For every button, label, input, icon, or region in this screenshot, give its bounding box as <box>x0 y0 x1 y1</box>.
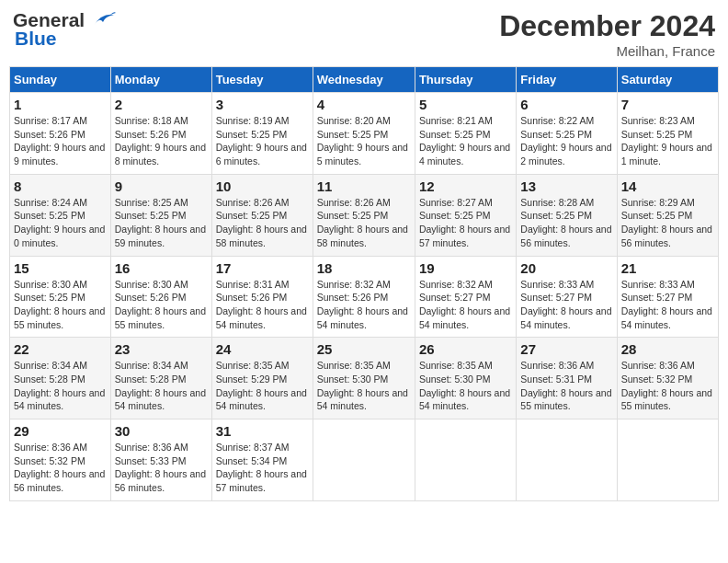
day-number: 16 <box>115 260 208 276</box>
day-info: Sunrise: 8:33 AMSunset: 5:27 PMDaylight:… <box>520 278 612 332</box>
calendar-body: 1Sunrise: 8:17 AMSunset: 5:26 PMDaylight… <box>10 93 719 501</box>
calendar-cell: 25Sunrise: 8:35 AMSunset: 5:30 PMDayligh… <box>313 338 415 419</box>
calendar-cell: 29Sunrise: 8:36 AMSunset: 5:32 PMDayligh… <box>10 419 111 501</box>
day-number: 25 <box>317 341 411 357</box>
sunset-text: Sunset: 5:26 PM <box>317 292 389 303</box>
day-info: Sunrise: 8:34 AMSunset: 5:28 PMDaylight:… <box>14 359 107 413</box>
sunrise-text: Sunrise: 8:37 AM <box>216 442 290 453</box>
weekday-header-tuesday: Tuesday <box>211 67 313 93</box>
day-number: 21 <box>621 260 714 276</box>
sunset-text: Sunset: 5:25 PM <box>216 210 288 221</box>
sunset-text: Sunset: 5:29 PM <box>216 373 288 385</box>
calendar-header-row: SundayMondayTuesdayWednesdayThursdayFrid… <box>10 67 719 93</box>
day-info: Sunrise: 8:34 AMSunset: 5:28 PMDaylight:… <box>115 359 208 413</box>
daylight-text: Daylight: 9 hours and 5 minutes. <box>317 142 408 167</box>
calendar-cell: 7Sunrise: 8:23 AMSunset: 5:25 PMDaylight… <box>617 93 718 175</box>
sunset-text: Sunset: 5:25 PM <box>14 292 85 303</box>
sunset-text: Sunset: 5:25 PM <box>520 129 592 140</box>
day-info: Sunrise: 8:37 AMSunset: 5:34 PMDaylight:… <box>216 441 309 495</box>
daylight-text: Daylight: 8 hours and 55 minutes. <box>14 305 105 330</box>
calendar-cell: 26Sunrise: 8:35 AMSunset: 5:30 PMDayligh… <box>415 338 516 419</box>
weekday-header-friday: Friday <box>517 67 617 93</box>
sunrise-text: Sunrise: 8:30 AM <box>115 279 188 290</box>
sunrise-text: Sunrise: 8:29 AM <box>621 197 695 208</box>
daylight-text: Daylight: 9 hours and 0 minutes. <box>14 224 105 248</box>
day-info: Sunrise: 8:21 AMSunset: 5:25 PMDaylight:… <box>419 114 512 168</box>
day-number: 10 <box>216 178 309 194</box>
daylight-text: Daylight: 9 hours and 2 minutes. <box>520 142 611 167</box>
sunset-text: Sunset: 5:26 PM <box>115 129 187 140</box>
daylight-text: Daylight: 8 hours and 59 minutes. <box>115 224 206 248</box>
calendar-cell: 6Sunrise: 8:22 AMSunset: 5:25 PMDaylight… <box>517 93 617 175</box>
daylight-text: Daylight: 8 hours and 58 minutes. <box>216 224 307 248</box>
logo: General Blue <box>13 9 116 50</box>
daylight-text: Daylight: 8 hours and 56 minutes. <box>520 224 611 248</box>
day-info: Sunrise: 8:36 AMSunset: 5:32 PMDaylight:… <box>621 359 714 413</box>
sunrise-text: Sunrise: 8:34 AM <box>14 360 87 371</box>
sunrise-text: Sunrise: 8:26 AM <box>216 197 290 208</box>
sunset-text: Sunset: 5:26 PM <box>216 292 288 303</box>
day-info: Sunrise: 8:28 AMSunset: 5:25 PMDaylight:… <box>520 196 612 250</box>
sunset-text: Sunset: 5:26 PM <box>14 129 85 140</box>
calendar-cell: 2Sunrise: 8:18 AMSunset: 5:26 PMDaylight… <box>110 93 211 175</box>
daylight-text: Daylight: 8 hours and 54 minutes. <box>317 305 408 330</box>
sunrise-text: Sunrise: 8:34 AM <box>115 360 188 371</box>
daylight-text: Daylight: 8 hours and 57 minutes. <box>419 224 510 248</box>
calendar-cell <box>617 419 718 501</box>
sunset-text: Sunset: 5:25 PM <box>419 129 491 140</box>
daylight-text: Daylight: 8 hours and 55 minutes. <box>621 387 712 412</box>
calendar-cell: 4Sunrise: 8:20 AMSunset: 5:25 PMDaylight… <box>313 93 415 175</box>
day-number: 7 <box>621 97 714 112</box>
calendar-week-row: 15Sunrise: 8:30 AMSunset: 5:25 PMDayligh… <box>10 256 719 338</box>
sunset-text: Sunset: 5:34 PM <box>216 455 288 466</box>
day-info: Sunrise: 8:26 AMSunset: 5:25 PMDaylight:… <box>216 196 309 250</box>
sunset-text: Sunset: 5:25 PM <box>621 129 693 140</box>
day-info: Sunrise: 8:18 AMSunset: 5:26 PMDaylight:… <box>115 114 208 168</box>
sunrise-text: Sunrise: 8:36 AM <box>115 442 188 453</box>
weekday-header-sunday: Sunday <box>10 67 111 93</box>
day-number: 12 <box>419 178 512 194</box>
daylight-text: Daylight: 9 hours and 4 minutes. <box>419 142 510 167</box>
day-number: 15 <box>14 260 107 276</box>
weekday-header-monday: Monday <box>110 67 211 93</box>
sunset-text: Sunset: 5:25 PM <box>317 129 389 140</box>
day-info: Sunrise: 8:31 AMSunset: 5:26 PMDaylight:… <box>216 278 309 332</box>
day-number: 1 <box>14 97 107 112</box>
logo-bird-icon <box>86 9 116 29</box>
calendar-cell <box>313 419 415 501</box>
calendar-week-row: 1Sunrise: 8:17 AMSunset: 5:26 PMDaylight… <box>10 93 719 175</box>
calendar-cell: 31Sunrise: 8:37 AMSunset: 5:34 PMDayligh… <box>211 419 313 501</box>
sunrise-text: Sunrise: 8:36 AM <box>520 360 594 371</box>
sunset-text: Sunset: 5:28 PM <box>115 373 187 385</box>
sunrise-text: Sunrise: 8:27 AM <box>419 197 493 208</box>
day-number: 2 <box>115 97 208 112</box>
day-number: 28 <box>621 341 714 357</box>
day-number: 9 <box>115 178 208 194</box>
calendar-cell: 10Sunrise: 8:26 AMSunset: 5:25 PMDayligh… <box>211 174 313 256</box>
daylight-text: Daylight: 8 hours and 58 minutes. <box>317 224 408 248</box>
daylight-text: Daylight: 9 hours and 9 minutes. <box>14 142 105 167</box>
daylight-text: Daylight: 8 hours and 56 minutes. <box>115 468 206 493</box>
sunset-text: Sunset: 5:25 PM <box>216 129 288 140</box>
sunrise-text: Sunrise: 8:19 AM <box>216 115 290 126</box>
sunset-text: Sunset: 5:32 PM <box>621 373 693 385</box>
sunset-text: Sunset: 5:28 PM <box>14 373 85 385</box>
calendar-cell: 23Sunrise: 8:34 AMSunset: 5:28 PMDayligh… <box>110 338 211 419</box>
day-info: Sunrise: 8:23 AMSunset: 5:25 PMDaylight:… <box>621 114 714 168</box>
day-number: 13 <box>520 178 612 194</box>
calendar-cell: 24Sunrise: 8:35 AMSunset: 5:29 PMDayligh… <box>211 338 313 419</box>
day-info: Sunrise: 8:19 AMSunset: 5:25 PMDaylight:… <box>216 114 309 168</box>
day-number: 4 <box>317 97 411 112</box>
day-number: 5 <box>419 97 512 112</box>
location: Meilhan, France <box>499 43 715 59</box>
calendar-cell: 30Sunrise: 8:36 AMSunset: 5:33 PMDayligh… <box>110 419 211 501</box>
daylight-text: Daylight: 8 hours and 54 minutes. <box>216 387 307 412</box>
sunset-text: Sunset: 5:30 PM <box>419 373 491 385</box>
day-info: Sunrise: 8:30 AMSunset: 5:26 PMDaylight:… <box>115 278 208 332</box>
day-number: 31 <box>216 423 309 439</box>
sunset-text: Sunset: 5:27 PM <box>520 292 592 303</box>
daylight-text: Daylight: 8 hours and 54 minutes. <box>14 387 105 412</box>
calendar-cell: 27Sunrise: 8:36 AMSunset: 5:31 PMDayligh… <box>517 338 617 419</box>
day-number: 17 <box>216 260 309 276</box>
daylight-text: Daylight: 8 hours and 54 minutes. <box>520 305 611 330</box>
